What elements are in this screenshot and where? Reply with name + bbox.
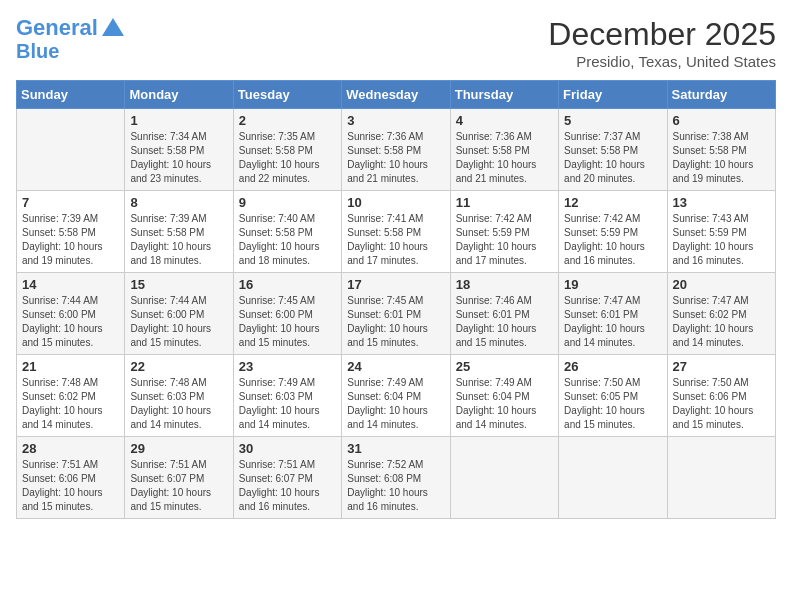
calendar-cell: 11Sunrise: 7:42 AM Sunset: 5:59 PM Dayli… <box>450 191 558 273</box>
logo-text: General <box>16 16 98 40</box>
calendar-cell: 27Sunrise: 7:50 AM Sunset: 6:06 PM Dayli… <box>667 355 775 437</box>
day-info: Sunrise: 7:36 AM Sunset: 5:58 PM Dayligh… <box>347 130 444 186</box>
logo-blue-text: Blue <box>16 40 124 62</box>
calendar-cell: 26Sunrise: 7:50 AM Sunset: 6:05 PM Dayli… <box>559 355 667 437</box>
day-number: 15 <box>130 277 227 292</box>
calendar-table: SundayMondayTuesdayWednesdayThursdayFrid… <box>16 80 776 519</box>
calendar-subtitle: Presidio, Texas, United States <box>548 53 776 70</box>
day-number: 12 <box>564 195 661 210</box>
calendar-week-5: 28Sunrise: 7:51 AM Sunset: 6:06 PM Dayli… <box>17 437 776 519</box>
day-number: 30 <box>239 441 336 456</box>
calendar-cell: 24Sunrise: 7:49 AM Sunset: 6:04 PM Dayli… <box>342 355 450 437</box>
day-info: Sunrise: 7:50 AM Sunset: 6:06 PM Dayligh… <box>673 376 770 432</box>
calendar-cell: 18Sunrise: 7:46 AM Sunset: 6:01 PM Dayli… <box>450 273 558 355</box>
calendar-cell: 19Sunrise: 7:47 AM Sunset: 6:01 PM Dayli… <box>559 273 667 355</box>
day-info: Sunrise: 7:51 AM Sunset: 6:07 PM Dayligh… <box>239 458 336 514</box>
day-number: 28 <box>22 441 119 456</box>
day-header-sunday: Sunday <box>17 81 125 109</box>
day-info: Sunrise: 7:42 AM Sunset: 5:59 PM Dayligh… <box>456 212 553 268</box>
calendar-cell: 16Sunrise: 7:45 AM Sunset: 6:00 PM Dayli… <box>233 273 341 355</box>
day-number: 31 <box>347 441 444 456</box>
calendar-cell: 14Sunrise: 7:44 AM Sunset: 6:00 PM Dayli… <box>17 273 125 355</box>
day-number: 18 <box>456 277 553 292</box>
day-info: Sunrise: 7:45 AM Sunset: 6:00 PM Dayligh… <box>239 294 336 350</box>
day-info: Sunrise: 7:43 AM Sunset: 5:59 PM Dayligh… <box>673 212 770 268</box>
calendar-week-2: 7Sunrise: 7:39 AM Sunset: 5:58 PM Daylig… <box>17 191 776 273</box>
calendar-cell: 9Sunrise: 7:40 AM Sunset: 5:58 PM Daylig… <box>233 191 341 273</box>
logo-icon <box>102 18 124 36</box>
day-number: 14 <box>22 277 119 292</box>
day-header-thursday: Thursday <box>450 81 558 109</box>
day-info: Sunrise: 7:42 AM Sunset: 5:59 PM Dayligh… <box>564 212 661 268</box>
calendar-cell: 28Sunrise: 7:51 AM Sunset: 6:06 PM Dayli… <box>17 437 125 519</box>
calendar-week-3: 14Sunrise: 7:44 AM Sunset: 6:00 PM Dayli… <box>17 273 776 355</box>
day-info: Sunrise: 7:35 AM Sunset: 5:58 PM Dayligh… <box>239 130 336 186</box>
calendar-cell <box>17 109 125 191</box>
day-number: 21 <box>22 359 119 374</box>
calendar-cell: 17Sunrise: 7:45 AM Sunset: 6:01 PM Dayli… <box>342 273 450 355</box>
calendar-cell <box>559 437 667 519</box>
calendar-cell: 25Sunrise: 7:49 AM Sunset: 6:04 PM Dayli… <box>450 355 558 437</box>
calendar-cell: 6Sunrise: 7:38 AM Sunset: 5:58 PM Daylig… <box>667 109 775 191</box>
day-number: 17 <box>347 277 444 292</box>
day-info: Sunrise: 7:49 AM Sunset: 6:04 PM Dayligh… <box>347 376 444 432</box>
svg-marker-0 <box>102 18 124 36</box>
calendar-cell: 2Sunrise: 7:35 AM Sunset: 5:58 PM Daylig… <box>233 109 341 191</box>
day-info: Sunrise: 7:38 AM Sunset: 5:58 PM Dayligh… <box>673 130 770 186</box>
day-number: 6 <box>673 113 770 128</box>
day-header-monday: Monday <box>125 81 233 109</box>
calendar-cell: 31Sunrise: 7:52 AM Sunset: 6:08 PM Dayli… <box>342 437 450 519</box>
day-number: 1 <box>130 113 227 128</box>
day-header-friday: Friday <box>559 81 667 109</box>
day-info: Sunrise: 7:34 AM Sunset: 5:58 PM Dayligh… <box>130 130 227 186</box>
calendar-cell: 8Sunrise: 7:39 AM Sunset: 5:58 PM Daylig… <box>125 191 233 273</box>
day-number: 9 <box>239 195 336 210</box>
calendar-cell: 30Sunrise: 7:51 AM Sunset: 6:07 PM Dayli… <box>233 437 341 519</box>
day-header-tuesday: Tuesday <box>233 81 341 109</box>
day-info: Sunrise: 7:50 AM Sunset: 6:05 PM Dayligh… <box>564 376 661 432</box>
calendar-cell: 5Sunrise: 7:37 AM Sunset: 5:58 PM Daylig… <box>559 109 667 191</box>
calendar-cell: 21Sunrise: 7:48 AM Sunset: 6:02 PM Dayli… <box>17 355 125 437</box>
day-number: 22 <box>130 359 227 374</box>
day-number: 26 <box>564 359 661 374</box>
day-number: 13 <box>673 195 770 210</box>
day-number: 29 <box>130 441 227 456</box>
day-info: Sunrise: 7:51 AM Sunset: 6:06 PM Dayligh… <box>22 458 119 514</box>
day-info: Sunrise: 7:49 AM Sunset: 6:04 PM Dayligh… <box>456 376 553 432</box>
logo: General Blue <box>16 16 124 62</box>
calendar-cell: 10Sunrise: 7:41 AM Sunset: 5:58 PM Dayli… <box>342 191 450 273</box>
day-number: 25 <box>456 359 553 374</box>
day-number: 2 <box>239 113 336 128</box>
day-number: 24 <box>347 359 444 374</box>
day-info: Sunrise: 7:48 AM Sunset: 6:02 PM Dayligh… <box>22 376 119 432</box>
calendar-cell: 3Sunrise: 7:36 AM Sunset: 5:58 PM Daylig… <box>342 109 450 191</box>
day-info: Sunrise: 7:46 AM Sunset: 6:01 PM Dayligh… <box>456 294 553 350</box>
day-info: Sunrise: 7:36 AM Sunset: 5:58 PM Dayligh… <box>456 130 553 186</box>
day-info: Sunrise: 7:39 AM Sunset: 5:58 PM Dayligh… <box>130 212 227 268</box>
day-info: Sunrise: 7:41 AM Sunset: 5:58 PM Dayligh… <box>347 212 444 268</box>
day-number: 3 <box>347 113 444 128</box>
day-number: 23 <box>239 359 336 374</box>
day-number: 7 <box>22 195 119 210</box>
day-header-wednesday: Wednesday <box>342 81 450 109</box>
day-info: Sunrise: 7:37 AM Sunset: 5:58 PM Dayligh… <box>564 130 661 186</box>
calendar-cell: 23Sunrise: 7:49 AM Sunset: 6:03 PM Dayli… <box>233 355 341 437</box>
day-number: 20 <box>673 277 770 292</box>
calendar-week-4: 21Sunrise: 7:48 AM Sunset: 6:02 PM Dayli… <box>17 355 776 437</box>
day-info: Sunrise: 7:47 AM Sunset: 6:01 PM Dayligh… <box>564 294 661 350</box>
page-header: General Blue December 2025 Presidio, Tex… <box>16 16 776 70</box>
day-info: Sunrise: 7:49 AM Sunset: 6:03 PM Dayligh… <box>239 376 336 432</box>
calendar-cell: 15Sunrise: 7:44 AM Sunset: 6:00 PM Dayli… <box>125 273 233 355</box>
calendar-cell: 4Sunrise: 7:36 AM Sunset: 5:58 PM Daylig… <box>450 109 558 191</box>
day-number: 10 <box>347 195 444 210</box>
day-number: 5 <box>564 113 661 128</box>
day-info: Sunrise: 7:52 AM Sunset: 6:08 PM Dayligh… <box>347 458 444 514</box>
day-number: 16 <box>239 277 336 292</box>
day-number: 4 <box>456 113 553 128</box>
day-info: Sunrise: 7:45 AM Sunset: 6:01 PM Dayligh… <box>347 294 444 350</box>
calendar-body: 1Sunrise: 7:34 AM Sunset: 5:58 PM Daylig… <box>17 109 776 519</box>
calendar-cell: 13Sunrise: 7:43 AM Sunset: 5:59 PM Dayli… <box>667 191 775 273</box>
day-info: Sunrise: 7:47 AM Sunset: 6:02 PM Dayligh… <box>673 294 770 350</box>
calendar-cell: 29Sunrise: 7:51 AM Sunset: 6:07 PM Dayli… <box>125 437 233 519</box>
day-header-saturday: Saturday <box>667 81 775 109</box>
